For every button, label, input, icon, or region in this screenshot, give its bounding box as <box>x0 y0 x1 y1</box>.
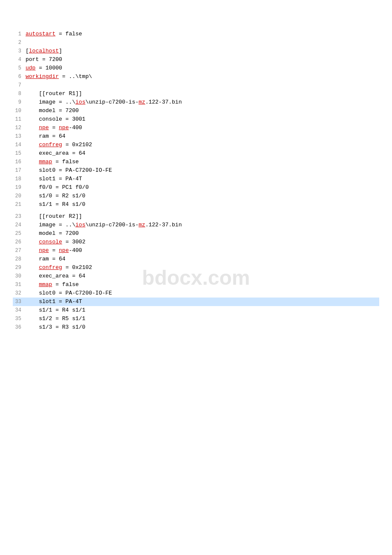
line-number: 18 <box>13 175 26 183</box>
line-content: [localhost] <box>26 47 379 55</box>
line-number: 2 <box>13 38 26 47</box>
code-line: 16 mmap = false <box>13 158 379 166</box>
line-content: npe = npe-400 <box>26 124 379 132</box>
keyword: autostart <box>26 31 55 37</box>
code-line: 13 ram = 64 <box>13 132 379 141</box>
line-number: 5 <box>13 64 26 72</box>
line-content: s1/1 = R4 s1/1 <box>26 306 379 315</box>
line-number: 6 <box>13 72 26 81</box>
line-content: [[router R1]] <box>26 90 379 98</box>
code-line: 18 slot1 = PA-4T <box>13 175 379 183</box>
code-line: 28 ram = 64 <box>13 255 379 263</box>
line-number: 7 <box>13 81 26 90</box>
code-line: 2 <box>13 38 379 47</box>
line-content <box>26 81 379 90</box>
line-content: s1/3 = R3 s1/0 <box>26 323 379 332</box>
line-content: slot1 = PA-4T <box>26 298 379 306</box>
line-number: 21 <box>13 200 26 209</box>
line-content: f0/0 = PC1 f0/0 <box>26 183 379 192</box>
line-content: npe = npe-400 <box>26 246 379 255</box>
line-content: ram = 64 <box>26 132 379 141</box>
line-content: mmap = false <box>26 158 379 166</box>
keyword: confreg <box>39 264 62 271</box>
code-line: 24 image = ..\ios\unzip-c7200-is-mz.122-… <box>13 221 379 229</box>
code-line: 10 model = 7200 <box>13 107 379 115</box>
line-number: 31 <box>13 280 26 289</box>
line-content: s1/0 = R2 s1/0 <box>26 192 379 200</box>
line-number: 25 <box>13 229 26 238</box>
line-content: image = ..\ios\unzip-c7200-is-mz.122-37.… <box>26 221 379 229</box>
line-number: 35 <box>13 315 26 323</box>
line-number: 11 <box>13 115 26 124</box>
line-content: mmap = false <box>26 280 379 289</box>
line-number: 32 <box>13 289 26 298</box>
line-content: image = ..\ios\unzip-c7200-is-mz.122-37.… <box>26 98 379 107</box>
code-line: 12 npe = npe-400 <box>13 124 379 132</box>
line-content: console = 3001 <box>26 115 379 124</box>
keyword: mmap <box>39 159 52 165</box>
keyword: mmap <box>39 281 52 288</box>
code-line: 26 console = 3002 <box>13 238 379 246</box>
line-number: 26 <box>13 238 26 246</box>
code-line: 21 s1/1 = R4 s1/0 <box>13 200 379 209</box>
line-number: 34 <box>13 306 26 315</box>
line-number: 8 <box>13 90 26 98</box>
line-content: s1/2 = R5 s1/1 <box>26 315 379 323</box>
line-number: 29 <box>13 263 26 272</box>
keyword: localhost <box>29 48 59 54</box>
code-line: 25 model = 7200 <box>13 229 379 238</box>
keyword: confreg <box>39 142 62 148</box>
code-line: 27 npe = npe-400 <box>13 246 379 255</box>
line-number: 15 <box>13 149 26 158</box>
code-line: 34 s1/1 = R4 s1/1 <box>13 306 379 315</box>
line-number: 24 <box>13 221 26 229</box>
line-number: 3 <box>13 47 26 55</box>
line-content: [[router R2]] <box>26 212 379 221</box>
code-line: 8 [[router R1]] <box>13 90 379 98</box>
code-line: 30 exec_area = 64 <box>13 272 379 280</box>
code-line: 36 s1/3 = R3 s1/0 <box>13 323 379 332</box>
line-content: confreg = 0x2102 <box>26 263 379 272</box>
line-number: 19 <box>13 183 26 192</box>
code-line: 9 image = ..\ios\unzip-c7200-is-mz.122-3… <box>13 98 379 107</box>
code-line: 1autostart = false <box>13 30 379 38</box>
line-content <box>26 38 379 47</box>
code-line: 32 slot0 = PA-C7200-IO-FE <box>13 289 379 298</box>
line-number: 30 <box>13 272 26 280</box>
code-line: 29 confreg = 0x2102 <box>13 263 379 272</box>
line-number: 14 <box>13 141 26 149</box>
keyword: npe <box>59 124 69 131</box>
line-number: 10 <box>13 107 26 115</box>
line-number: 28 <box>13 255 26 263</box>
code-line: 19 f0/0 = PC1 f0/0 <box>13 183 379 192</box>
keyword: udp <box>26 65 35 71</box>
line-content: port = 7200 <box>26 55 379 64</box>
code-line: 15 exec_area = 64 <box>13 149 379 158</box>
line-number: 9 <box>13 98 26 107</box>
code-block: 1autostart = false2 3[localhost]4port = … <box>13 26 379 336</box>
code-line: 4port = 7200 <box>13 55 379 64</box>
keyword: console <box>39 239 62 245</box>
line-content: udp = 10000 <box>26 64 379 72</box>
keyword: npe <box>39 247 49 254</box>
keyword: npe <box>39 124 49 131</box>
keyword: ios <box>75 99 85 105</box>
line-content: exec_area = 64 <box>26 272 379 280</box>
code-line: 20 s1/0 = R2 s1/0 <box>13 192 379 200</box>
line-number: 1 <box>13 30 26 38</box>
line-content: slot0 = PA-C7200-IO-FE <box>26 166 379 175</box>
code-line: 7 <box>13 81 379 90</box>
code-line: 23 [[router R2]] <box>13 212 379 221</box>
section-divider <box>13 209 379 212</box>
line-content: model = 7200 <box>26 229 379 238</box>
line-number: 12 <box>13 124 26 132</box>
keyword: npe <box>59 247 69 254</box>
line-content: workingdir = ..\tmp\ <box>26 72 379 81</box>
line-number: 13 <box>13 132 26 141</box>
line-number: 16 <box>13 158 26 166</box>
line-number: 36 <box>13 323 26 332</box>
line-number: 23 <box>13 212 26 221</box>
keyword: ios <box>75 222 85 228</box>
code-line: 11 console = 3001 <box>13 115 379 124</box>
line-content: slot1 = PA-4T <box>26 175 379 183</box>
